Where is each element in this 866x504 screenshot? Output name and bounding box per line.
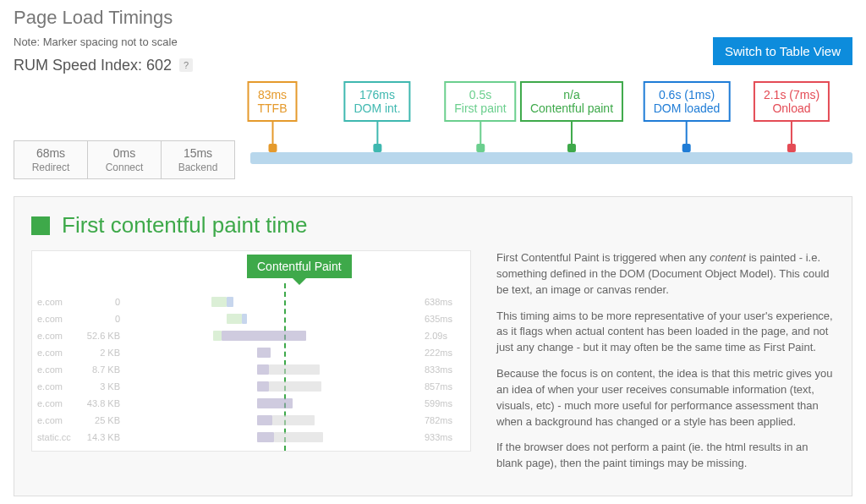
row-track [125,398,419,408]
help-icon[interactable]: ? [179,58,193,72]
marker-value: 176ms [354,88,400,101]
waterfall-row: e.com0635ms [37,310,465,327]
row-domain: e.com [37,381,76,392]
row-track [125,415,419,425]
marker-label: TTFB [258,101,288,115]
row-time: 635ms [419,314,465,324]
marker-value: 2.1s (7ms) [764,88,819,101]
waterfall-row: e.com25 KB782ms [37,412,465,429]
description-paragraph: Because the focus is on content, the ide… [496,366,835,430]
pre-timing-cell: 0msConnect [88,141,162,178]
contentful-paint-flag: Contentful Paint [247,255,352,285]
row-track [125,381,419,392]
row-size: 8.7 KB [76,364,125,375]
pre-timing-label: Backend [162,162,234,173]
marker-value: n/a [530,88,613,101]
waterfall-row: static.cc14.3 KB933ms [37,429,465,446]
waterfall-row: e.com3 KB857ms [37,378,465,395]
row-time: 857ms [419,381,465,392]
row-domain: e.com [37,348,76,358]
marker-knob-icon [567,144,576,152]
row-size: 14.3 KB [76,432,125,442]
marker-label: Onload [764,101,819,115]
pre-timing-cells: 68msRedirect0msConnect15msBackend [14,140,235,179]
marker-stem [791,122,792,144]
page-title: Page Load Timings [14,7,852,29]
row-size: 25 KB [76,415,125,425]
timeline-marker[interactable]: n/aContentful paint [520,81,623,152]
pre-timing-cell: 68msRedirect [14,141,88,178]
marker-stem [376,122,378,144]
row-time: 933ms [419,432,465,442]
panel-title: First contentful paint time [62,212,307,238]
row-size: 43.8 KB [76,398,125,408]
row-track [125,432,419,442]
description-paragraph: If the browser does not perform a paint … [496,440,835,472]
timeline-bar [250,152,852,164]
waterfall-row: e.com43.8 KB599ms [37,395,465,412]
marker-knob-icon [268,144,277,152]
timeline-marker[interactable]: 0.6s (1ms)DOM loaded [644,81,731,152]
timeline-marker[interactable]: 83msTTFB [248,81,298,152]
marker-stem [686,122,688,144]
waterfall-row: e.com52.6 KB2.09s [37,327,465,344]
row-domain: static.cc [37,432,76,442]
pre-timing-label: Redirect [14,162,87,173]
row-time: 599ms [419,398,465,408]
row-time: 638ms [419,297,465,307]
description-paragraph: First Contentful Paint is triggered when… [496,250,835,299]
waterfall-row: e.com2 KB222ms [37,344,465,361]
rum-value: 602 [146,57,172,74]
pre-timing-value: 15ms [162,146,234,160]
row-time: 222ms [419,348,465,358]
marker-stem [571,122,573,144]
row-size: 2 KB [76,348,125,358]
row-track [125,314,419,324]
timeline-marker[interactable]: 2.1s (7ms)Onload [754,81,830,152]
row-time: 782ms [419,415,465,425]
row-size: 52.6 KB [76,331,125,341]
row-domain: e.com [37,314,76,324]
detail-panel: First contentful paint time Contentful P… [14,196,852,496]
marker-label: DOM int. [354,101,400,115]
row-domain: e.com [37,415,76,425]
marker-value: 0.6s (1ms) [654,88,721,101]
description-text: First Contentful Paint is triggered when… [496,250,835,482]
row-track [125,348,419,358]
waterfall-chart: Contentful Paint e.com0638mse.com0635mse… [31,250,471,452]
row-domain: e.com [37,364,76,375]
flag-pointer-icon [293,278,306,285]
marker-knob-icon [373,144,381,152]
waterfall-row: e.com0638ms [37,293,465,310]
marker-knob-icon [682,144,691,152]
description-paragraph: This timing aims to be more representati… [496,309,835,357]
marker-label: First paint [454,101,506,115]
marker-stem [271,122,273,144]
row-size: 0 [76,314,125,324]
waterfall-row: e.com8.7 KB833ms [37,361,465,378]
row-track [125,331,419,341]
row-time: 2.09s [419,331,465,341]
row-domain: e.com [37,297,76,307]
pre-timing-cell: 15msBackend [162,141,234,178]
row-domain: e.com [37,331,76,341]
row-domain: e.com [37,398,76,408]
row-time: 833ms [419,364,465,375]
marker-label: DOM loaded [654,101,721,115]
flag-label: Contentful Paint [247,255,352,278]
panel-color-swatch [31,216,50,235]
marker-value: 83ms [258,88,288,101]
marker-stem [480,122,481,144]
timeline-marker[interactable]: 0.5sFirst paint [444,81,516,152]
pre-timing-value: 0ms [88,146,161,160]
pre-timing-value: 68ms [14,146,87,160]
marker-knob-icon [787,144,796,152]
row-size: 0 [76,297,125,307]
rum-label: RUM Speed Index: [14,57,146,74]
row-size: 3 KB [76,381,125,392]
timeline-marker[interactable]: 176msDOM int. [343,81,410,152]
switch-view-button[interactable]: Switch to Table View [713,37,852,65]
marker-label: Contentful paint [530,101,613,115]
row-track [125,297,419,307]
marker-value: 0.5s [454,88,506,101]
